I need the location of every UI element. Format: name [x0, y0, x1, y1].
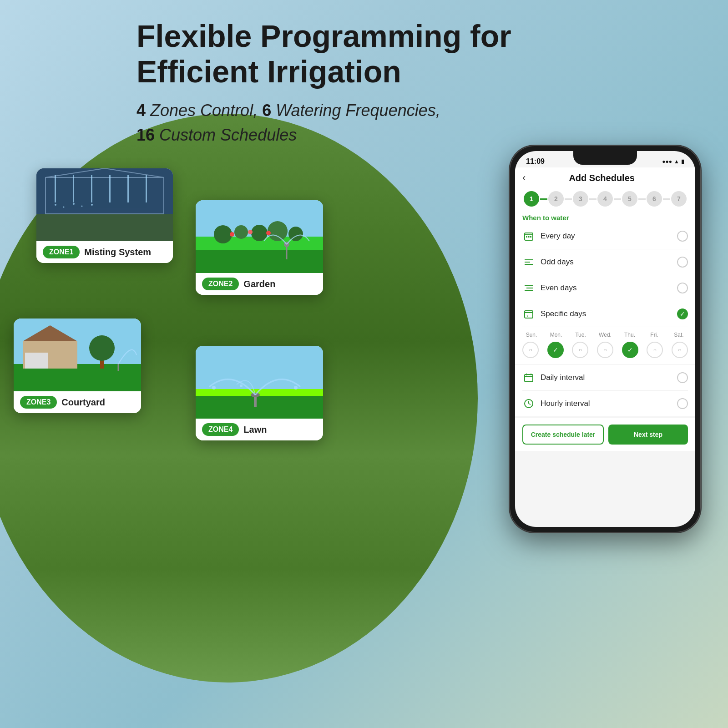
even-days-radio[interactable] [677, 283, 688, 293]
svg-rect-59 [525, 374, 533, 382]
hourly-interval-icon [522, 397, 535, 410]
hourly-interval-label: Hourly interval [541, 399, 672, 408]
zone2-card: ZONE2 Garden [196, 200, 323, 295]
bottom-buttons: Create schedule later Next step [515, 418, 695, 451]
svg-rect-48 [528, 236, 530, 238]
specific-days-icon: 7 [522, 308, 535, 320]
daily-interval-icon [522, 371, 535, 384]
zone2-name: Garden [243, 279, 275, 289]
phone-notch [573, 151, 637, 165]
day-mon[interactable]: ✓ [547, 342, 564, 358]
svg-point-21 [251, 225, 268, 241]
odd-days-icon [522, 256, 535, 268]
step-connector-6 [663, 198, 670, 200]
day-label-sat: Sat. [670, 332, 688, 338]
step-7[interactable]: 7 [671, 191, 687, 207]
schedule-odd-days[interactable]: Odd days [522, 249, 688, 275]
next-step-button[interactable]: Next step [608, 425, 688, 445]
svg-point-12 [63, 207, 65, 208]
even-days-icon [522, 282, 535, 294]
day-tue[interactable]: ○ [572, 342, 588, 358]
schedule-specific-days[interactable]: 7 Specific days ✓ [522, 301, 688, 327]
svg-rect-5 [55, 175, 56, 202]
zone4-image [196, 346, 323, 419]
svg-rect-56 [525, 311, 533, 318]
step-connector-5 [638, 198, 646, 200]
daily-interval-radio[interactable] [677, 372, 688, 383]
nav-title: Add Schedules [530, 173, 673, 183]
day-circles-row: ○ ✓ ○ ○ ✓ [522, 342, 688, 358]
day-label-wed: Wed. [596, 332, 614, 338]
schedule-every-day[interactable]: Every day [522, 223, 688, 249]
status-time: 11:09 [526, 157, 545, 166]
zone2-label: ZONE2 Garden [196, 273, 323, 295]
every-day-radio[interactable] [677, 231, 688, 242]
svg-point-23 [288, 227, 303, 241]
wifi-icon: ▲ [674, 158, 679, 165]
odd-days-radio[interactable] [677, 257, 688, 268]
main-title: Flexible Programming for Efficient Irrig… [136, 18, 546, 89]
back-button[interactable]: ‹ [522, 172, 526, 184]
day-label-tue: Tue. [571, 332, 590, 338]
step-5[interactable]: 5 [622, 191, 637, 207]
svg-rect-39 [196, 396, 323, 419]
day-label-sun: Sun. [522, 332, 541, 338]
step-3[interactable]: 3 [573, 191, 588, 207]
schedule-list: Every day Odd days Even days [515, 223, 695, 327]
day-sat[interactable]: ○ [672, 342, 688, 358]
schedule-daily-interval[interactable]: Daily interval [522, 365, 688, 391]
specific-days-radio[interactable]: ✓ [677, 308, 688, 319]
odd-days-label: Odd days [541, 258, 672, 267]
svg-rect-49 [530, 236, 531, 238]
svg-point-11 [55, 204, 56, 206]
days-labels-row: Sun. Mon. Tue. Wed. Thu. Fri. Sat. [522, 332, 688, 338]
step-6[interactable]: 6 [647, 191, 662, 207]
svg-rect-6 [73, 175, 74, 202]
zone4-name: Lawn [243, 425, 267, 435]
day-wed[interactable]: ○ [597, 342, 613, 358]
svg-text:7: 7 [526, 314, 529, 318]
section-label: When to water [515, 210, 695, 223]
svg-point-35 [89, 335, 115, 361]
signal-icon: ●●● [662, 158, 672, 165]
create-later-button[interactable]: Create schedule later [522, 425, 604, 445]
svg-point-26 [230, 232, 234, 237]
svg-rect-9 [127, 175, 129, 202]
day-label-mon: Mon. [547, 332, 565, 338]
zone4-card: ZONE4 Lawn [196, 346, 323, 440]
header-section: Flexible Programming for Efficient Irrig… [136, 18, 546, 147]
step-4[interactable]: 4 [597, 191, 613, 207]
day-label-fri: Fri. [645, 332, 663, 338]
hourly-interval-radio[interactable] [677, 398, 688, 409]
zone3-name: Courtyard [61, 397, 105, 408]
schedule-hourly-interval[interactable]: Hourly interval [522, 391, 688, 416]
schedule-even-days[interactable]: Even days [522, 275, 688, 301]
zone2-badge: ZONE2 [202, 278, 239, 290]
svg-rect-33 [25, 353, 48, 369]
every-day-label: Every day [541, 232, 672, 241]
svg-line-65 [529, 404, 531, 404]
phone-mockup: 11:09 ●●● ▲ ▮ ‹ Add Schedules 1 [510, 146, 701, 532]
phone-screen: 11:09 ●●● ▲ ▮ ‹ Add Schedules 1 [515, 151, 695, 527]
step-connector-1 [540, 198, 547, 200]
steps-container: 1 2 3 4 5 6 [515, 187, 695, 210]
step-2[interactable]: 2 [548, 191, 564, 207]
svg-rect-10 [146, 175, 147, 202]
svg-rect-8 [109, 175, 111, 202]
svg-point-27 [248, 230, 253, 234]
zone1-image [36, 168, 173, 241]
zone3-label: ZONE3 Courtyard [14, 391, 141, 413]
svg-point-22 [268, 221, 288, 241]
step-connector-3 [589, 198, 597, 200]
day-sun[interactable]: ○ [522, 342, 539, 358]
zone1-label: ZONE1 Misting System [36, 241, 173, 263]
day-fri[interactable]: ○ [647, 342, 663, 358]
day-thu[interactable]: ✓ [622, 342, 638, 358]
svg-point-20 [234, 225, 248, 239]
step-1[interactable]: 1 [524, 191, 539, 207]
svg-point-13 [73, 203, 75, 205]
every-day-icon [522, 230, 535, 243]
svg-rect-40 [254, 396, 257, 407]
subtitle: 4 Zones Control, 6 Watering Frequencies,… [136, 98, 546, 147]
schedule-list-2: Daily interval Hourly interval [515, 365, 695, 416]
